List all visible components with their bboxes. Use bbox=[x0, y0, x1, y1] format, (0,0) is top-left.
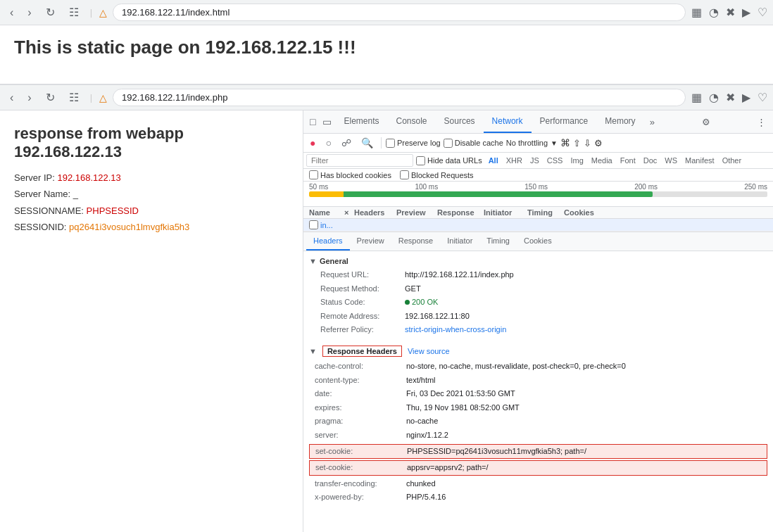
grid-btn[interactable]: ☷ bbox=[65, 3, 83, 22]
view-source-link[interactable]: View source bbox=[408, 347, 450, 355]
type-xhr[interactable]: XHR bbox=[503, 156, 526, 165]
camera-icon[interactable]: ◔ bbox=[709, 6, 719, 19]
play-icon-2[interactable]: ▶ bbox=[742, 91, 750, 104]
camera-icon-2[interactable]: ◔ bbox=[709, 91, 719, 104]
tab-performance[interactable]: Performance bbox=[532, 110, 597, 133]
browser1-nav-icons: ▦ ◔ ✖ ▶ ♡ bbox=[691, 6, 767, 19]
tab-sources[interactable]: Sources bbox=[436, 110, 484, 133]
col-header-headers[interactable]: Headers bbox=[354, 208, 396, 217]
address-bar-1[interactable]: 192.168.122.11/index.html bbox=[113, 4, 686, 21]
grid-btn-2[interactable]: ☷ bbox=[65, 88, 83, 107]
rh-set-cookie-2: set-cookie: appsrv=appsrv2; path=/ bbox=[309, 460, 767, 476]
col-header-initiator[interactable]: Initiator bbox=[484, 208, 527, 217]
rh-x-powered-by-value: PHP/5.4.16 bbox=[406, 491, 446, 504]
search-btn[interactable]: 🔍 bbox=[358, 135, 377, 151]
type-css[interactable]: CSS bbox=[543, 156, 567, 165]
type-font[interactable]: Font bbox=[617, 156, 639, 165]
play-icon[interactable]: ▶ bbox=[742, 6, 750, 19]
heart-icon[interactable]: ♡ bbox=[758, 6, 767, 19]
filter-input[interactable] bbox=[306, 154, 413, 167]
heart-icon-2[interactable]: ♡ bbox=[758, 91, 767, 104]
close-icon-2[interactable]: ✖ bbox=[726, 91, 735, 104]
more-options-icon[interactable]: ⋮ bbox=[753, 113, 770, 132]
settings-2-icon[interactable]: ⚙ bbox=[594, 138, 603, 148]
detail-tab-response[interactable]: Response bbox=[391, 232, 441, 251]
upload-icon[interactable]: ⇧ bbox=[573, 138, 581, 148]
back-btn[interactable]: ‹ bbox=[6, 4, 18, 22]
rh-expires: expires: Thu, 19 Nov 1981 08:52:00 GMT bbox=[309, 401, 767, 415]
general-triangle: ▼ bbox=[309, 257, 317, 265]
download-icon[interactable]: ⇩ bbox=[584, 138, 591, 148]
preserve-log-label[interactable]: Preserve log bbox=[386, 139, 441, 148]
session-name-label: SESSIONNAME: bbox=[14, 205, 87, 216]
disable-cache-text: Disable cache bbox=[455, 139, 503, 147]
detail-tab-headers[interactable]: Headers bbox=[306, 232, 350, 251]
type-manifest[interactable]: Manifest bbox=[681, 156, 718, 165]
tab-more[interactable]: » bbox=[644, 111, 660, 133]
screenshot-icon-2[interactable]: ▦ bbox=[691, 91, 702, 104]
rh-transfer-encoding-name: transfer-encoding: bbox=[315, 478, 406, 490]
col-header-x: × bbox=[344, 208, 354, 217]
back-btn-2[interactable]: ‹ bbox=[6, 89, 18, 107]
screenshot-icon[interactable]: ▦ bbox=[691, 6, 702, 19]
browser2-nav-icons: ▦ ◔ ✖ ▶ ♡ bbox=[691, 91, 767, 104]
refresh-btn-2[interactable]: ↻ bbox=[42, 88, 59, 107]
hide-data-urls-checkbox[interactable] bbox=[416, 156, 425, 165]
type-img[interactable]: Img bbox=[567, 156, 586, 165]
server-ip-label: Server IP: bbox=[14, 172, 57, 183]
type-other[interactable]: Other bbox=[719, 156, 746, 165]
forward-btn-2[interactable]: › bbox=[23, 89, 35, 107]
preserve-log-checkbox[interactable] bbox=[386, 139, 395, 148]
col-header-response[interactable]: Response bbox=[437, 208, 484, 217]
devtools-filter-row: Hide data URLs All XHR JS CSS Img Media … bbox=[303, 153, 773, 169]
detail-tab-initiator[interactable]: Initiator bbox=[440, 232, 479, 251]
type-media[interactable]: Media bbox=[588, 156, 616, 165]
blocked-requests-label[interactable]: Blocked Requests bbox=[400, 170, 474, 179]
detail-tab-preview[interactable]: Preview bbox=[350, 232, 391, 251]
timeline: 50 ms 100 ms 150 ms 200 ms 250 ms bbox=[303, 182, 773, 207]
disable-cache-label[interactable]: Disable cache bbox=[444, 139, 503, 148]
type-all[interactable]: All bbox=[485, 156, 502, 165]
type-doc[interactable]: Doc bbox=[640, 156, 661, 165]
response-headers-title: Response Headers bbox=[322, 346, 402, 357]
status-code-label: Status Code: bbox=[320, 296, 405, 309]
request-row[interactable]: in... bbox=[303, 219, 773, 232]
forward-btn[interactable]: › bbox=[23, 4, 35, 22]
close-icon[interactable]: ✖ bbox=[726, 6, 735, 19]
rh-expires-name: expires: bbox=[315, 402, 406, 414]
address-bar-2[interactable]: 192.168.122.11/index.php bbox=[113, 89, 686, 106]
detail-tab-timing[interactable]: Timing bbox=[479, 232, 517, 251]
col-header-timing[interactable]: Timing bbox=[527, 208, 564, 217]
devtools-device-icon[interactable]: ▭ bbox=[319, 114, 335, 129]
devtools-panel: □ ▭ Elements Console Sources Network Per… bbox=[303, 110, 773, 532]
type-ws[interactable]: WS bbox=[661, 156, 681, 165]
response-headers-title-row: ▼ Response Headers View source bbox=[309, 343, 767, 360]
server-ip: 192.168.122.13 bbox=[57, 172, 120, 183]
col-header-preview[interactable]: Preview bbox=[396, 208, 437, 217]
detail-tab-cookies[interactable]: Cookies bbox=[517, 232, 559, 251]
tab-console[interactable]: Console bbox=[388, 110, 436, 133]
type-js[interactable]: JS bbox=[527, 156, 543, 165]
tab-network[interactable]: Network bbox=[484, 110, 532, 133]
disable-cache-checkbox[interactable] bbox=[444, 139, 453, 148]
throttle-dropdown-icon[interactable]: ▼ bbox=[551, 139, 558, 147]
col-header-cookies[interactable]: Cookies bbox=[564, 208, 603, 217]
response-title: response from webapp 192.168.122.13 bbox=[14, 125, 289, 161]
record-btn[interactable]: ● bbox=[306, 135, 319, 151]
settings-icon[interactable]: ⚙ bbox=[698, 113, 715, 132]
blocked-requests-checkbox[interactable] bbox=[400, 170, 409, 179]
timeline-labels: 50 ms 100 ms 150 ms 200 ms 250 ms bbox=[303, 182, 773, 192]
request-url-row: Request URL: http://192.168.122.11/index… bbox=[309, 268, 767, 282]
rh-date-value: Fri, 03 Dec 2021 01:53:50 GMT bbox=[406, 388, 515, 400]
general-section-header[interactable]: ▼ General bbox=[309, 254, 767, 268]
has-blocked-checkbox[interactable] bbox=[309, 170, 318, 179]
clear-btn[interactable]: ○ bbox=[322, 135, 334, 151]
has-blocked-label[interactable]: Has blocked cookies bbox=[309, 170, 391, 179]
filter-btn[interactable]: ☍ bbox=[338, 135, 355, 151]
tab-elements[interactable]: Elements bbox=[335, 110, 387, 133]
request-checkbox[interactable] bbox=[309, 220, 318, 229]
hide-data-urls-label[interactable]: Hide data URLs bbox=[416, 156, 482, 165]
tab-memory[interactable]: Memory bbox=[596, 110, 643, 133]
refresh-btn[interactable]: ↻ bbox=[42, 3, 59, 22]
devtools-inspector-icon[interactable]: □ bbox=[306, 114, 319, 129]
